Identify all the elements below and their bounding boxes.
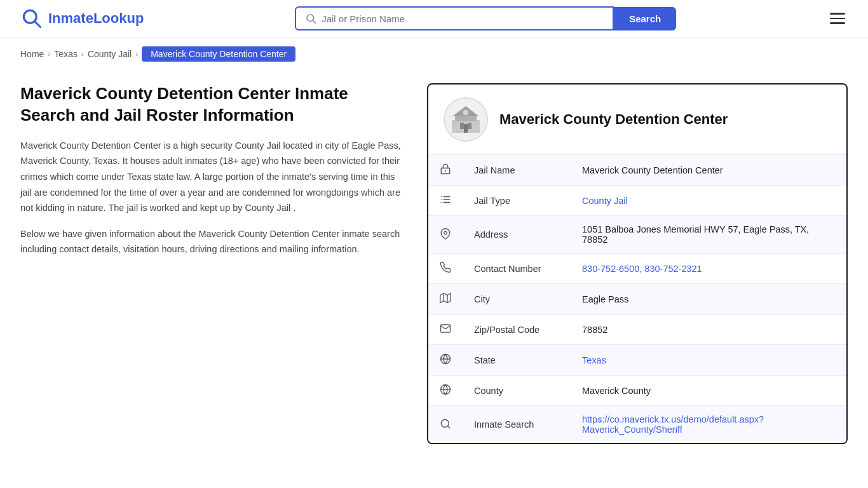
search-input[interactable] bbox=[322, 13, 604, 24]
main-content: Maverick County Detention Center Inmate … bbox=[0, 71, 868, 470]
row-icon-pin bbox=[428, 216, 463, 254]
breadcrumb-home[interactable]: Home bbox=[20, 49, 44, 59]
svg-marker-20 bbox=[440, 294, 451, 303]
row-label-6: State bbox=[463, 345, 571, 376]
breadcrumb-chevron-3: › bbox=[135, 50, 138, 58]
breadcrumb-jail-type[interactable]: County Jail bbox=[88, 49, 132, 59]
table-row: Jail TypeCounty Jail bbox=[428, 186, 846, 216]
row-icon-list bbox=[428, 186, 463, 216]
row-label-4: City bbox=[463, 284, 571, 315]
svg-rect-9 bbox=[468, 123, 471, 129]
facility-info-card: Maverick County Detention Center Jail Na… bbox=[427, 83, 848, 444]
row-icon-map bbox=[428, 284, 463, 315]
row-value-0: Maverick County Detention Center bbox=[571, 155, 846, 186]
page-description-2: Below we have given information about th… bbox=[20, 226, 402, 257]
row-icon-mail bbox=[428, 315, 463, 345]
svg-rect-10 bbox=[464, 124, 468, 133]
search-icon bbox=[305, 13, 316, 24]
row-icon-flag bbox=[428, 376, 463, 406]
breadcrumb-current: Maverick County Detention Center bbox=[142, 46, 295, 62]
logo-text: InmateLookup bbox=[48, 10, 144, 27]
row-label-3: Contact Number bbox=[463, 254, 571, 284]
facility-info-table: Jail NameMaverick County Detention Cente… bbox=[428, 155, 846, 443]
row-label-5: Zip/Postal Code bbox=[463, 315, 571, 345]
row-value-1: County Jail bbox=[571, 186, 846, 216]
hamburger-menu[interactable] bbox=[827, 10, 848, 27]
logo[interactable]: InmateLookup bbox=[20, 7, 144, 30]
row-label-7: County bbox=[463, 376, 571, 406]
row-icon-jail bbox=[428, 155, 463, 186]
table-row: Zip/Postal Code78852 bbox=[428, 315, 846, 345]
right-column: Maverick County Detention Center Jail Na… bbox=[427, 83, 848, 444]
table-row: Address1051 Balboa Jones Memorial HWY 57… bbox=[428, 216, 846, 254]
search-bar: Search bbox=[295, 6, 676, 30]
table-row: CityEagle Pass bbox=[428, 284, 846, 315]
row-icon-globe bbox=[428, 345, 463, 376]
row-value-2: 1051 Balboa Jones Memorial HWY 57, Eagle… bbox=[571, 216, 846, 254]
row-label-1: Jail Type bbox=[463, 186, 571, 216]
search-button[interactable]: Search bbox=[614, 7, 676, 30]
breadcrumb-chevron-1: › bbox=[48, 50, 50, 58]
svg-rect-8 bbox=[460, 123, 464, 129]
logo-icon bbox=[20, 7, 43, 30]
svg-point-7 bbox=[463, 109, 469, 116]
row-value-5: 78852 bbox=[571, 315, 846, 345]
breadcrumb: Home › Texas › County Jail › Maverick Co… bbox=[0, 37, 868, 71]
search-input-wrap bbox=[295, 6, 614, 30]
card-facility-name: Maverick County Detention Center bbox=[499, 111, 728, 128]
svg-point-19 bbox=[444, 231, 447, 234]
svg-rect-5 bbox=[455, 116, 477, 121]
table-row: Inmate Searchhttps://co.maverick.tx.us/d… bbox=[428, 406, 846, 444]
table-row: StateTexas bbox=[428, 345, 846, 376]
row-label-2: Address bbox=[463, 216, 571, 254]
svg-line-1 bbox=[35, 22, 41, 27]
page-title: Maverick County Detention Center Inmate … bbox=[20, 83, 402, 126]
row-value-7: Maverick County bbox=[571, 376, 846, 406]
facility-avatar bbox=[444, 97, 488, 142]
page-description-1: Maverick County Detention Center is a hi… bbox=[20, 138, 402, 216]
row-value-4: Eagle Pass bbox=[571, 284, 846, 315]
table-row: Jail NameMaverick County Detention Cente… bbox=[428, 155, 846, 186]
svg-line-28 bbox=[447, 426, 449, 428]
row-icon-search bbox=[428, 406, 463, 444]
left-column: Maverick County Detention Center Inmate … bbox=[20, 83, 427, 444]
site-header: InmateLookup Search bbox=[0, 0, 868, 37]
svg-line-3 bbox=[313, 20, 316, 23]
row-value-8: https://co.maverick.tx.us/demo/default.a… bbox=[571, 406, 846, 444]
card-header: Maverick County Detention Center bbox=[428, 85, 846, 155]
row-icon-phone bbox=[428, 254, 463, 284]
row-label-0: Jail Name bbox=[463, 155, 571, 186]
breadcrumb-chevron-2: › bbox=[81, 50, 84, 58]
row-value-6: Texas bbox=[571, 345, 846, 376]
row-link-8[interactable]: https://co.maverick.tx.us/demo/default.a… bbox=[582, 414, 764, 435]
table-row: Contact Number830-752-6500, 830-752-2321 bbox=[428, 254, 846, 284]
row-link-1[interactable]: County Jail bbox=[582, 196, 628, 206]
row-link-3[interactable]: 830-752-6500, 830-752-2321 bbox=[582, 264, 702, 274]
breadcrumb-state[interactable]: Texas bbox=[54, 49, 78, 59]
row-value-3: 830-752-6500, 830-752-2321 bbox=[571, 254, 846, 284]
facility-building-icon bbox=[449, 102, 483, 137]
row-link-6[interactable]: Texas bbox=[582, 355, 606, 365]
table-row: CountyMaverick County bbox=[428, 376, 846, 406]
row-label-8: Inmate Search bbox=[463, 406, 571, 444]
